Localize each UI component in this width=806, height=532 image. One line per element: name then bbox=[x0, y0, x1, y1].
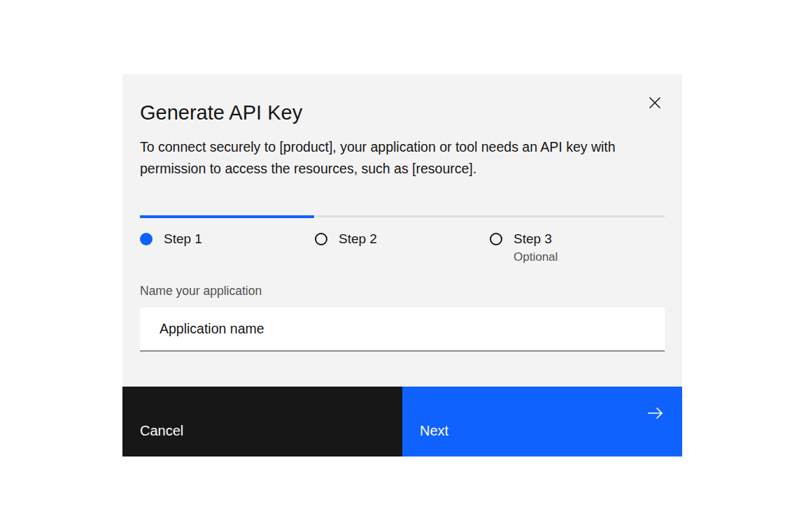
modal-title: Generate API Key bbox=[140, 100, 302, 125]
progress-step-3[interactable]: Step 3 Optional bbox=[490, 231, 665, 265]
progress-step-2[interactable]: Step 2 bbox=[315, 231, 490, 265]
step-texts: Step 2 bbox=[339, 231, 377, 247]
step-incomplete-icon bbox=[315, 233, 327, 245]
modal-footer: Cancel Next bbox=[122, 387, 682, 456]
close-button[interactable] bbox=[638, 86, 672, 120]
step-texts: Step 3 Optional bbox=[514, 231, 558, 265]
cancel-button[interactable]: Cancel bbox=[122, 387, 402, 456]
generate-api-key-modal: Generate API Key To connect securely to … bbox=[122, 74, 682, 456]
next-button-label: Next bbox=[420, 423, 448, 438]
page-background: Generate API Key To connect securely to … bbox=[0, 0, 806, 532]
next-button[interactable]: Next bbox=[402, 387, 682, 456]
close-icon bbox=[647, 95, 663, 110]
modal-description: To connect securely to [product], your a… bbox=[140, 136, 642, 180]
application-name-input[interactable] bbox=[140, 308, 665, 352]
step-texts: Step 1 bbox=[164, 231, 202, 247]
step-incomplete-icon bbox=[490, 233, 502, 245]
step-current-icon bbox=[140, 233, 153, 245]
step-label: Step 1 bbox=[164, 231, 202, 247]
step-optional-label: Optional bbox=[514, 250, 558, 265]
progress-segment-current bbox=[140, 215, 314, 218]
application-name-label: Name your application bbox=[140, 283, 262, 299]
step-label: Step 3 bbox=[514, 231, 558, 247]
progress-step-1[interactable]: Step 1 bbox=[140, 231, 315, 265]
progress-steps: Step 1 Step 2 Step 3 Optional bbox=[140, 231, 665, 265]
progress-track bbox=[140, 215, 665, 218]
step-label: Step 2 bbox=[339, 231, 377, 247]
arrow-right-icon bbox=[646, 404, 664, 422]
progress-segment-remaining bbox=[316, 215, 665, 217]
